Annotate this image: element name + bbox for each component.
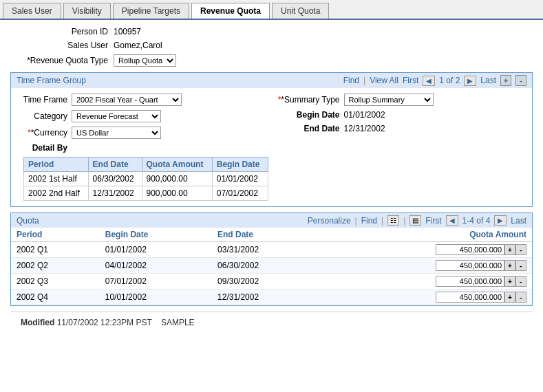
quota-amount-input[interactable]: [436, 276, 504, 287]
end-date-row: End Date 12/31/2002: [275, 124, 527, 133]
detail-end-date: 12/31/2002: [88, 186, 142, 201]
detail-by-row: Detail By: [17, 143, 268, 153]
quota-begin: 04/01/2002: [100, 258, 212, 274]
timeframe-group-body: Time Frame 2002 Fiscal Year - Quart Cate…: [11, 88, 532, 206]
timeframe-group-section: Time Frame Group Find | View All First ◀…: [10, 72, 533, 207]
detail-col-period: Period: [24, 157, 89, 172]
add-row-btn[interactable]: +: [504, 244, 515, 255]
modified-value: 11/07/2002 12:23PM PST: [57, 318, 152, 327]
sales-user-value: Gomez,Carol: [114, 41, 162, 50]
main-content: Person ID 100957 Sales User Gomez,Carol …: [0, 20, 543, 340]
quota-amount-cell: + -: [321, 242, 532, 258]
quota-table-row: 2002 Q1 01/01/2002 03/31/2002 + -: [11, 242, 532, 258]
begin-date-row: Begin Date 01/01/2002: [275, 110, 527, 120]
quota-amount-input[interactable]: [436, 244, 504, 255]
person-id-label: Person ID: [10, 27, 114, 36]
sales-user-label: Sales User: [10, 41, 114, 50]
tab-revenue-quota[interactable]: Revenue Quota: [191, 3, 270, 19]
tab-bar: Sales User Visibility Pipeline Targets R…: [0, 0, 543, 20]
revenue-quota-type-select[interactable]: Rollup Quota: [114, 54, 176, 67]
begin-date-value: 01/01/2002: [344, 110, 385, 120]
detail-period: 2002 1st Half: [24, 172, 89, 186]
detail-table-row: 2002 2nd Half 12/31/2002 900,000.00 07/0…: [24, 186, 268, 201]
remove-row-btn[interactable]: -: [515, 276, 526, 287]
quota-table-row: 2002 Q3 07/01/2002 09/30/2002 + -: [11, 274, 532, 290]
quota-prev-btn[interactable]: ◀: [446, 215, 458, 226]
quota-first-label: First: [425, 216, 441, 226]
detail-table-row: 2002 1st Half 06/30/2002 900,000.00 01/0…: [24, 172, 268, 186]
quota-begin: 07/01/2002: [100, 274, 212, 290]
quota-col-begin: Begin Date: [100, 228, 212, 242]
modified-label: Modified: [21, 318, 54, 327]
quota-col-period: Period: [11, 228, 100, 242]
tab-pipeline-targets[interactable]: Pipeline Targets: [113, 3, 189, 19]
quota-col-amount: Quota Amount: [321, 228, 532, 242]
end-date-label: End Date: [275, 124, 344, 133]
tab-visibility[interactable]: Visibility: [63, 3, 111, 19]
sales-user-row: Sales User Gomez,Carol: [10, 41, 533, 50]
next-page-btn[interactable]: ▶: [464, 76, 476, 86]
detail-end-date: 06/30/2002: [88, 172, 142, 186]
quota-end: 06/30/2002: [212, 258, 321, 274]
quota-amount-input[interactable]: [436, 292, 504, 303]
tab-unit-quota[interactable]: Unit Quota: [272, 3, 329, 19]
detail-quota-amount: 900,000.00: [142, 186, 212, 201]
prev-page-btn[interactable]: ◀: [423, 76, 435, 86]
quota-end: 09/30/2002: [212, 274, 321, 290]
page-info: 1 of 2: [439, 76, 460, 85]
personalize-link[interactable]: Personalize: [308, 216, 351, 226]
last-label: Last: [480, 76, 496, 85]
revenue-quota-type-label: *Revenue Quota Type: [10, 56, 114, 65]
quota-period: 2002 Q3: [11, 274, 100, 290]
quota-table-row: 2002 Q4 10/01/2002 12/31/2002 + -: [11, 290, 532, 305]
first-label: First: [403, 76, 418, 85]
view-all-link[interactable]: View All: [370, 76, 398, 85]
table-icon-btn[interactable]: ☷: [387, 215, 399, 226]
timeframe-group-header: Time Frame Group Find | View All First ◀…: [11, 73, 532, 88]
expand-btn[interactable]: +: [500, 75, 511, 86]
add-row-btn[interactable]: +: [504, 276, 515, 287]
quota-find-link[interactable]: Find: [361, 216, 377, 226]
detail-col-quota: Quota Amount: [142, 157, 212, 172]
add-row-btn[interactable]: +: [504, 260, 515, 271]
chart-icon-btn[interactable]: ▤: [409, 215, 421, 226]
remove-row-btn[interactable]: -: [515, 292, 526, 303]
add-row-btn[interactable]: +: [504, 292, 515, 303]
quota-amount-cell: + -: [321, 274, 532, 290]
detail-col-enddate: End Date: [88, 157, 142, 172]
detail-by-label: Detail By: [17, 143, 72, 153]
currency-row: *Currency US Dollar: [17, 127, 268, 139]
category-row: Category Revenue Forecast: [17, 110, 268, 122]
quota-header: Quota Personalize | Find | ☷ | ▤ First ◀…: [11, 213, 532, 228]
category-select[interactable]: Revenue Forecast: [72, 110, 161, 122]
remove-row-btn[interactable]: -: [515, 244, 526, 255]
detail-period: 2002 2nd Half: [24, 186, 89, 201]
detail-quota-amount: 900,000.00: [142, 172, 212, 186]
quota-next-btn[interactable]: ▶: [494, 215, 507, 226]
summary-type-select[interactable]: Rollup Summary: [344, 94, 434, 106]
remove-row-btn[interactable]: -: [515, 260, 526, 271]
begin-date-label: Begin Date: [275, 110, 344, 120]
quota-title: Quota: [17, 216, 39, 226]
currency-select[interactable]: US Dollar: [72, 127, 161, 139]
summary-type-label: *Summary Type: [275, 95, 344, 105]
timeframe-columns: Time Frame 2002 Fiscal Year - Quart Cate…: [17, 94, 526, 201]
collapse-btn[interactable]: -: [515, 75, 526, 86]
timeframe-nav: Find | View All First ◀ 1 of 2 ▶ Last + …: [343, 75, 526, 86]
timeframe-select[interactable]: 2002 Fiscal Year - Quart: [72, 94, 182, 106]
find-link[interactable]: Find: [343, 76, 359, 85]
quota-table-row: 2002 Q2 04/01/2002 06/30/2002 + -: [11, 258, 532, 274]
detail-col-begindate: Begin Date: [212, 157, 268, 172]
detail-table: Period End Date Quota Amount Begin Date …: [23, 157, 268, 201]
quota-table: Period Begin Date End Date Quota Amount …: [11, 228, 532, 305]
person-id-row: Person ID 100957: [10, 27, 533, 36]
quota-period: 2002 Q1: [11, 242, 100, 258]
quota-amount-cell: + -: [321, 258, 532, 274]
summary-type-row: *Summary Type Rollup Summary: [275, 94, 527, 106]
quota-last-label: Last: [511, 216, 526, 226]
quota-page-info: 1-4 of 4: [462, 216, 491, 226]
tab-sales-user[interactable]: Sales User: [3, 3, 61, 19]
timeframe-label: Time Frame: [17, 95, 72, 105]
quota-begin: 01/01/2002: [100, 242, 212, 258]
quota-amount-input[interactable]: [436, 260, 504, 271]
